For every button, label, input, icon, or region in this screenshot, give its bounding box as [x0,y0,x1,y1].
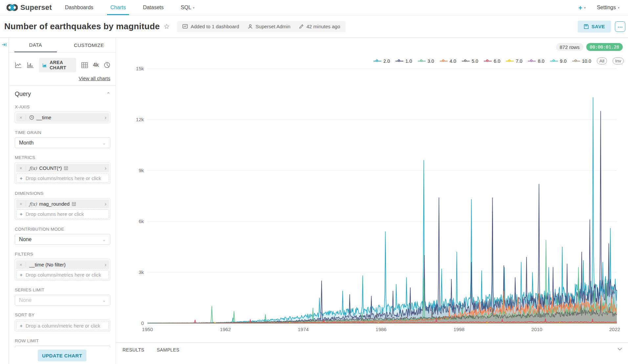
page-title: Number of earthquakes by magnitude [4,21,160,32]
svg-text:6k: 6k [139,218,144,224]
dashboards-meta[interactable]: Added to 1 dashboard [182,24,239,29]
xaxis-pill[interactable]: × __time › [16,113,109,122]
contribution-mode-select[interactable]: None ⌄ [15,234,110,245]
remove-icon[interactable]: × [16,115,26,120]
bar-chart-icon[interactable] [27,62,34,68]
save-button[interactable]: SAVE [578,21,611,33]
chevron-right-icon[interactable]: › [102,201,109,207]
plus-icon: + [578,4,582,11]
legend-item[interactable]: 10.0 [572,58,591,64]
legend-marker-icon [550,59,558,63]
nav-dashboards[interactable]: Dashboards [56,0,102,15]
dimension-pill[interactable]: × ƒ(x) mag_rounded › [16,199,109,208]
tab-samples[interactable]: SAMPLES [157,347,179,353]
legend-item[interactable]: 3.0 [418,58,434,64]
sort-by-dropzone[interactable]: + Drop a column/metric here or click [16,321,109,330]
legend-marker-icon [528,59,536,63]
caret-down-icon: ▾ [193,6,194,10]
more-actions-button[interactable]: … [615,21,625,32]
table-icon[interactable] [81,62,88,68]
filters-dropzone[interactable]: + Drop columns/metrics here or click [16,270,109,279]
viz-type-area-chart[interactable]: AREA CHART [39,58,76,72]
dashboard-icon [182,24,188,29]
filter-pill[interactable]: × __time (No filter) › [16,260,109,269]
svg-text:1998: 1998 [454,327,464,332]
legend-marker-icon [373,59,381,63]
legend-item[interactable]: 6.0 [484,58,500,64]
person-icon [248,24,253,29]
dataset-column-icon [64,166,68,170]
svg-text:0: 0 [141,320,144,326]
collapse-section-icon[interactable]: ⌃ [106,91,110,97]
tab-results[interactable]: RESULTS [123,347,144,353]
nav-datasets[interactable]: Datasets [134,0,172,15]
legend-marker-icon [462,59,470,63]
legend-item[interactable]: 7.0 [506,58,522,64]
results-pane: RESULTS SAMPLES [116,342,628,364]
svg-text:2022: 2022 [609,327,620,332]
plus-icon: + [20,272,23,278]
legend-item[interactable]: 1.0 [395,58,412,64]
legend-item[interactable]: 5.0 [462,58,478,64]
legend-item[interactable]: 2.0 [373,58,390,64]
legend-marker-icon [484,59,492,63]
collapse-results-icon[interactable] [617,346,622,352]
filters-label: FILTERS [15,252,110,257]
dataset-column-icon [72,202,76,206]
legend-item[interactable]: 8.0 [528,58,544,64]
remove-icon[interactable]: × [16,262,26,267]
remove-icon[interactable]: × [16,166,26,171]
svg-text:2010: 2010 [531,327,542,332]
legend-inverse-button[interactable]: Inv [613,57,624,64]
line-chart-icon[interactable] [15,62,22,68]
superset-logo[interactable]: Superset [0,0,56,15]
owner-meta[interactable]: Superset Admin [248,24,290,29]
chart-legend: 2.0 1.0 3.0 4.0 5.0 6.0 7.0 8.0 9.0 10.0… [373,57,624,64]
legend-all-button[interactable]: All [597,57,607,64]
nav-sql[interactable]: SQL▾ [172,0,203,15]
nav-charts[interactable]: Charts [102,0,134,15]
last-modified-meta[interactable]: 42 minutes ago [299,24,340,29]
query-section-title: Query [15,91,31,98]
svg-text:3k: 3k [139,269,144,275]
clock-icon [29,115,34,120]
metrics-dropzone[interactable]: + Drop columns/metrics here or click [16,173,109,183]
chevron-right-icon[interactable]: › [102,165,109,171]
brand-name: Superset [20,3,52,12]
data-panel: DATA CUSTOMIZE AREA CHART 4k View all ch… [9,38,116,364]
time-grain-select[interactable]: Month ⌄ [15,137,110,148]
sort-by-control: + Drop a column/metric here or click [15,320,110,331]
pie-chart-icon[interactable] [104,62,110,68]
pencil-icon [299,24,304,29]
plus-icon: + [20,211,23,217]
series-limit-label: SERIES LIMIT [15,287,110,292]
update-chart-button[interactable]: UPDATE CHART [38,350,86,361]
svg-text:1950: 1950 [142,327,153,332]
remove-icon[interactable]: × [16,201,26,207]
query-timer-badge: 00:00:01.28 [586,43,623,51]
svg-text:1974: 1974 [298,327,308,332]
dimensions-dropzone[interactable]: + Drop columns here or click [16,209,109,218]
row-count-badge: 872 rows [556,43,583,51]
expand-panel-icon[interactable] [2,42,7,47]
svg-text:15k: 15k [136,66,144,71]
metric-pill[interactable]: × ƒ(x) COUNT(*) › [16,164,109,172]
series-limit-select[interactable]: None ⌄ [15,295,110,306]
favorite-star-icon[interactable] [164,23,170,30]
settings-menu[interactable]: Settings ▾ [597,5,619,11]
view-all-charts-link[interactable]: View all charts [9,72,116,85]
tab-customize[interactable]: CUSTOMIZE [68,38,110,52]
metrics-label: METRICS [15,155,110,160]
panel-footer: UPDATE CHART [9,348,115,364]
chevron-down-icon: ⌄ [102,140,106,146]
top-navbar: Superset Dashboards Charts Datasets SQL▾… [0,0,628,15]
fx-icon: ƒ(x) [29,166,37,171]
legend-item[interactable]: 4.0 [440,58,456,64]
legend-item[interactable]: 9.0 [550,58,567,64]
new-item-button[interactable]: + ▾ [578,4,586,11]
legend-marker-icon [440,59,448,63]
tab-data[interactable]: DATA [14,38,57,52]
chevron-right-icon[interactable]: › [102,115,109,121]
big-number-icon[interactable]: 4k [93,62,99,68]
chevron-right-icon[interactable]: › [102,262,109,268]
